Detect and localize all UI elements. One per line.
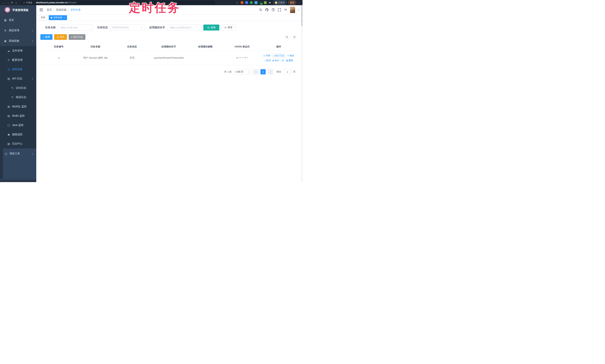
- paused-label: 已暂停: [278, 1, 285, 4]
- detail-link[interactable]: ◎详细: [263, 54, 270, 57]
- show-search-toggle-button[interactable]: [284, 34, 290, 40]
- extension-icon-white-star[interactable]: ★: [268, 1, 271, 4]
- export-button[interactable]: 导出: [54, 34, 67, 40]
- sidebar-item-label: 定时任务: [12, 68, 23, 71]
- font-size-icon[interactable]: TT: [284, 8, 287, 11]
- plus-icon: +: [43, 36, 44, 39]
- pagination-total: 共 1 条: [224, 70, 232, 74]
- eye-icon: ◉: [7, 133, 10, 136]
- page-size-select[interactable]: 10条/页 ∨: [234, 69, 251, 74]
- sidebar-item-dev-tools[interactable]: ◫ 研发工具 ∨: [3, 148, 36, 159]
- sidebar-item-label: 日志中心: [12, 142, 23, 145]
- help-icon[interactable]: [272, 8, 275, 11]
- sidebar-item-error-log[interactable]: ✎ 错误日志: [0, 93, 36, 102]
- sidebar-item-scheduled-jobs[interactable]: ◷ 定时任务: [0, 65, 36, 74]
- breadcrumb-separator: /: [53, 8, 54, 11]
- sidebar-item-log-center[interactable]: ▧ 日志中心: [0, 139, 36, 148]
- edit-link[interactable]: ✎修改: [287, 54, 294, 57]
- tab-scheduled-jobs[interactable]: 定时任务 ×: [49, 15, 67, 20]
- bookmark-star-icon[interactable]: ☆: [236, 1, 239, 4]
- search-button[interactable]: 搜索: [203, 25, 219, 30]
- page-number-active[interactable]: 1: [261, 69, 266, 74]
- pagination: 共 1 条 10条/页 ∨ ‹ 1 › 前往 页: [36, 69, 296, 74]
- tab-home[interactable]: 首页: [39, 15, 47, 20]
- address-bar[interactable]: ⚠ 不安全 dashboard.yudao.iocoder.cn /infra/…: [21, 0, 215, 5]
- edit-square-icon: ✎: [7, 59, 10, 62]
- caret-down-icon[interactable]: ▾: [298, 9, 299, 11]
- tab-label: 定时任务: [53, 16, 62, 19]
- extension-icon-orange[interactable]: [240, 1, 244, 4]
- scrollbar-thumb[interactable]: [301, 6, 302, 26]
- prev-page-button[interactable]: ‹: [253, 69, 258, 74]
- delete-link[interactable]: 删除: [286, 59, 293, 62]
- page-size-value: 10条/页: [235, 70, 244, 74]
- sidebar-item-mysql-monitor[interactable]: ▥ MySQL 监控: [0, 102, 36, 111]
- refresh-table-button[interactable]: [291, 34, 297, 40]
- app-logo[interactable]: 芋道管理系统: [0, 5, 36, 15]
- breadcrumb-home[interactable]: 首页: [47, 8, 52, 12]
- sidebar-item-access-log[interactable]: ✎ 访问日志: [0, 83, 36, 93]
- browser-reload-icon[interactable]: ↻: [10, 1, 14, 4]
- sidebar-item-java-monitor[interactable]: ▢ Java 监控: [0, 120, 36, 130]
- table-toolbar: + 新增 导出 ≡ 执行日志: [40, 34, 297, 40]
- dashboard-icon: ▦: [4, 19, 7, 22]
- search-icon[interactable]: [259, 8, 262, 11]
- handler-name-label: 处理器的名字: [149, 26, 165, 29]
- user-avatar[interactable]: [290, 7, 295, 13]
- sidebar-item-file-management[interactable]: ☁ 文件管理: [0, 46, 36, 55]
- sidebar-item-redis-monitor[interactable]: ▤ Redis 监控: [0, 111, 36, 120]
- profile-paused-badge[interactable]: 已暂停: [273, 0, 287, 5]
- url-divider: [34, 1, 34, 4]
- sidebar-item-infra[interactable]: ▣ 基础设施 ∧: [0, 36, 36, 46]
- browser-back-icon[interactable]: ←: [2, 1, 6, 4]
- breadcrumb-infra[interactable]: 基础设施: [56, 8, 66, 12]
- sidebar-item-system[interactable]: ⚙ 系统管理 ∨: [0, 25, 36, 36]
- menu-fold-icon[interactable]: [40, 8, 43, 11]
- sidebar-item-label: 链路追踪: [12, 133, 23, 136]
- sidebar-item-home[interactable]: ▦ 首页: [0, 15, 36, 25]
- job-name-label: 任务名称: [45, 26, 56, 29]
- active-tab-dot: [51, 17, 52, 18]
- browser-update-button[interactable]: 更新: [288, 0, 296, 5]
- exec-log-button[interactable]: ≡ 执行日志: [69, 34, 86, 40]
- gear-icon: ⚙: [4, 29, 7, 32]
- next-page-button[interactable]: ›: [268, 69, 273, 74]
- screenshot-stage: ← → ↻ ⌂ ⚠ 不安全 dashboard.yudao.iocoder.cn…: [0, 0, 302, 182]
- reset-button[interactable]: ↻ 重置: [221, 25, 236, 30]
- extension-icon-multicolor[interactable]: [254, 1, 257, 4]
- warning-icon: ⚠: [23, 1, 25, 4]
- extension-icon-dark[interactable]: on: [259, 1, 262, 4]
- job-name-input[interactable]: [60, 26, 90, 29]
- url-host: dashboard.yudao.iocoder.cn: [36, 1, 67, 4]
- job-status-select[interactable]: 请选择任务状态 ∨: [110, 25, 145, 30]
- browser-menu-kebab-icon[interactable]: ⋮: [298, 1, 301, 4]
- tab-close-icon[interactable]: ×: [64, 16, 65, 19]
- browser-home-icon[interactable]: ⌂: [14, 1, 18, 4]
- sidebar-item-label: API 日志: [12, 77, 22, 80]
- fullscreen-icon[interactable]: [278, 8, 281, 11]
- extension-icon-leaf[interactable]: [264, 1, 267, 4]
- database-icon: ▥: [7, 105, 10, 108]
- github-icon[interactable]: [265, 8, 268, 11]
- browser-forward-icon[interactable]: →: [6, 1, 10, 4]
- run-once-link[interactable]: ▶执行一次: [273, 59, 284, 62]
- handler-name-field: [167, 25, 202, 30]
- page-scrollbar[interactable]: [301, 5, 302, 182]
- extension-icon-blue[interactable]: [245, 1, 248, 4]
- pause-link[interactable]: ×暂停: [264, 59, 271, 62]
- cell-job-id: 3: [40, 57, 77, 59]
- eye-icon: ◎: [263, 54, 265, 57]
- chevron-down-icon: ∨: [248, 71, 250, 73]
- sidebar-item-api-log[interactable]: ▧ API 日志 ∧: [0, 74, 36, 83]
- job-status-label: 任务状态: [97, 26, 108, 29]
- handler-name-input[interactable]: [170, 26, 200, 29]
- export-button-label: 导出: [60, 35, 65, 39]
- add-button[interactable]: + 新增: [40, 34, 53, 40]
- goto-page-input[interactable]: [283, 69, 291, 74]
- sidebar-item-config-management[interactable]: ✎ 配置管理: [0, 55, 36, 65]
- sidebar-item-label: 文件管理: [12, 49, 23, 52]
- sidebar-item-tracing[interactable]: ◉ 链路追踪: [0, 130, 36, 139]
- list-icon: ≡: [273, 55, 274, 57]
- row-exec-log-link[interactable]: ≡执行日志: [272, 53, 285, 58]
- extension-icon-green-check[interactable]: ✓: [250, 1, 253, 4]
